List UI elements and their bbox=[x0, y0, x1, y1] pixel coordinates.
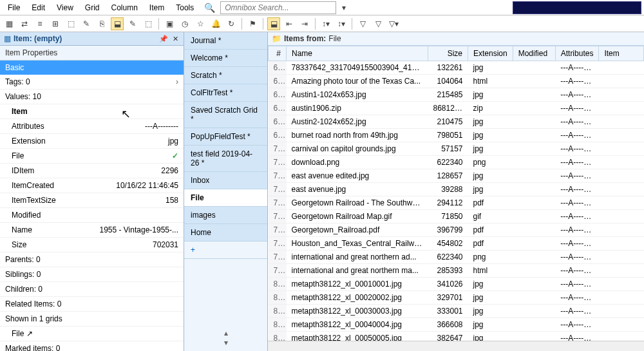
tool-2[interactable]: ⇄ bbox=[18, 17, 31, 30]
table-row[interactable]: 72east avenue edited.jpg128657jpg---A---… bbox=[269, 169, 644, 183]
tab-item[interactable]: File bbox=[184, 189, 267, 207]
tool-3[interactable]: ≡ bbox=[33, 17, 46, 30]
tool-filter3[interactable]: ▽▾ bbox=[387, 17, 400, 30]
prop-row[interactable]: Modified bbox=[0, 208, 184, 223]
table-row[interactable]: 71download.png622340png---A-------- bbox=[269, 156, 644, 169]
tool-4[interactable]: ⊞ bbox=[49, 17, 62, 30]
pin-icon[interactable]: 📌 bbox=[159, 34, 168, 43]
tool-7[interactable]: ⎘ bbox=[95, 17, 108, 30]
horizontal-scrollbar[interactable] bbox=[268, 341, 644, 351]
table-row[interactable]: 6478337642_3317049155003904_41633...1322… bbox=[269, 61, 644, 75]
table-row[interactable]: 79international and great northern ma...… bbox=[269, 264, 644, 278]
basic-header[interactable]: Basic bbox=[0, 61, 184, 75]
table-row[interactable]: 78international and great northern ad...… bbox=[269, 251, 644, 264]
col-size[interactable]: Size bbox=[428, 46, 468, 61]
col-item[interactable]: Item bbox=[599, 46, 644, 61]
table-row[interactable]: 76Georgetown_Railroad.pdf396799pdf---A--… bbox=[269, 223, 644, 237]
prop-row[interactable]: Size702031 bbox=[0, 238, 184, 252]
tool-flag[interactable]: ⚑ bbox=[246, 17, 259, 30]
menu-grid[interactable]: Grid bbox=[80, 1, 105, 14]
col-attributes[interactable]: Attributes bbox=[555, 46, 599, 61]
table-row[interactable]: 66Austin1-1024x653.jpg215485jpg---A-----… bbox=[269, 88, 644, 102]
prop-row[interactable]: File✓ bbox=[0, 149, 184, 164]
omnibox-dropdown[interactable]: ▾ bbox=[337, 1, 350, 14]
table-row[interactable]: 83metapth38122_xl_00040004.jpg366608jpg-… bbox=[269, 318, 644, 332]
table-row[interactable]: 70carnival on capitol grounds.jpg57157jp… bbox=[269, 142, 644, 156]
related-row[interactable]: Related Items: 0 bbox=[0, 297, 184, 312]
table-row[interactable]: 73east avenue.jpg39288jpg---A-------- bbox=[269, 183, 644, 196]
prop-row[interactable]: ItemTextSize158 bbox=[0, 193, 184, 208]
tab-item[interactable]: images bbox=[184, 207, 267, 224]
siblings-row[interactable]: Siblings: 0 bbox=[0, 267, 184, 282]
tool-clock[interactable]: ◷ bbox=[178, 17, 191, 30]
omnibox-search[interactable] bbox=[220, 1, 336, 14]
table-row[interactable]: 81metapth38122_xl_00020002.jpg329701jpg-… bbox=[269, 291, 644, 305]
col-extension[interactable]: Extension bbox=[468, 46, 513, 61]
close-icon[interactable]: ✕ bbox=[171, 34, 180, 43]
prop-row[interactable]: Attributes---A-------- bbox=[0, 119, 184, 134]
tool-sort1[interactable]: ↕▾ bbox=[319, 17, 332, 30]
table-row[interactable]: 69burnet road north from 49th.jpg798051j… bbox=[269, 129, 644, 142]
tab-item[interactable]: Inbox bbox=[184, 172, 267, 189]
tool-sort2[interactable]: ↕▾ bbox=[335, 17, 348, 30]
table-row[interactable]: 80metapth38122_xl_00010001.jpg341026jpg-… bbox=[269, 278, 644, 291]
parents-row[interactable]: Parents: 0 bbox=[0, 252, 184, 267]
tool-9[interactable]: ✎ bbox=[126, 17, 139, 30]
col-name[interactable]: Name bbox=[287, 46, 428, 61]
tab-scroll-arrows[interactable]: ▴▾ bbox=[184, 325, 267, 351]
tool-1[interactable]: ▦ bbox=[3, 17, 15, 30]
tool-star[interactable]: ☆ bbox=[194, 17, 207, 30]
table-row[interactable]: 77Houston_and_Texas_Central_Railway....4… bbox=[269, 237, 644, 251]
col-number[interactable]: # bbox=[269, 46, 287, 61]
tool-6[interactable]: ✎ bbox=[80, 17, 93, 30]
prop-row[interactable]: IDItem2296 bbox=[0, 164, 184, 178]
tool-5[interactable]: ⬚ bbox=[64, 17, 77, 30]
tags-row[interactable]: Tags: 0› bbox=[0, 75, 184, 90]
tool-bell[interactable]: 🔔 bbox=[209, 17, 222, 30]
tab-item[interactable]: Journal * bbox=[184, 32, 267, 50]
menu-tools[interactable]: Tools bbox=[171, 1, 199, 14]
prop-row[interactable]: Item bbox=[0, 104, 184, 119]
tool-filter1[interactable]: ▽ bbox=[356, 17, 369, 30]
tool-filter2[interactable]: ▽ bbox=[372, 17, 384, 30]
tab-item[interactable]: Scratch * bbox=[184, 67, 267, 84]
table-row[interactable]: 67austin1906.zip8681283zip---A-------- bbox=[269, 102, 644, 115]
prop-row[interactable]: ItemCreated10/16/22 11:46:45 bbox=[0, 178, 184, 193]
tab-item[interactable]: Welcome * bbox=[184, 50, 267, 67]
col-modified[interactable]: Modified bbox=[513, 46, 555, 61]
tab-item[interactable]: Home bbox=[184, 224, 267, 242]
values-row[interactable]: Values: 10 bbox=[0, 90, 184, 104]
binoculars-icon[interactable]: 🔍 bbox=[204, 3, 215, 13]
menu-item[interactable]: Item bbox=[144, 1, 169, 14]
menu-file[interactable]: File bbox=[3, 1, 25, 14]
tool-indent-left[interactable]: ⇤ bbox=[283, 17, 296, 30]
tool-indent-right[interactable]: ⇥ bbox=[298, 17, 311, 30]
tool-8[interactable]: ⬓ bbox=[111, 17, 124, 30]
menu-edit[interactable]: Edit bbox=[26, 1, 50, 14]
marked-row[interactable]: Marked items: 0 bbox=[0, 341, 184, 351]
search-box-right[interactable] bbox=[513, 1, 641, 14]
tool-refresh[interactable]: ↻ bbox=[225, 17, 238, 30]
menu-column[interactable]: Column bbox=[106, 1, 143, 14]
children-row[interactable]: Children: 0 bbox=[0, 282, 184, 297]
add-tab-button[interactable]: + bbox=[184, 242, 267, 259]
tab-item[interactable]: Saved Scratch Grid * bbox=[184, 102, 267, 128]
table-row[interactable]: 68Austin2-1024x652.jpg210475jpg---A-----… bbox=[269, 115, 644, 129]
grid-table-wrap[interactable]: # Name Size Extension Modified Attribute… bbox=[268, 46, 644, 341]
prop-row[interactable]: Name1955 - Vintage-1955-... bbox=[0, 223, 184, 238]
tool-highlight[interactable]: ⬓ bbox=[267, 17, 280, 30]
table-row[interactable]: 74Georgetown Railroad - The Southwe...29… bbox=[269, 196, 644, 210]
tab-item[interactable]: PopUpFieldTest * bbox=[184, 128, 267, 146]
shown-row[interactable]: Shown in 1 grids bbox=[0, 312, 184, 327]
tab-item[interactable]: ColFltrTest * bbox=[184, 84, 267, 102]
tool-calendar[interactable]: ▣ bbox=[163, 17, 176, 30]
table-row[interactable]: 84metapth38122_xl_00050005.jpg382647jpg-… bbox=[269, 332, 644, 341]
tab-item[interactable]: test field 2019-04-26 * bbox=[184, 146, 267, 172]
menu-view[interactable]: View bbox=[52, 1, 79, 14]
table-row[interactable]: 75Georgetown Railroad Map.gif71850gif---… bbox=[269, 210, 644, 223]
prop-row[interactable]: Extensionjpg bbox=[0, 134, 184, 149]
table-row[interactable]: 82metapth38122_xl_00030003.jpg333001jpg-… bbox=[269, 305, 644, 318]
tool-10[interactable]: ⬚ bbox=[142, 17, 155, 30]
shown-file-row[interactable]: File ↗ bbox=[0, 327, 184, 341]
table-row[interactable]: 65Amazing photo tour of the Texas Ca...1… bbox=[269, 75, 644, 88]
